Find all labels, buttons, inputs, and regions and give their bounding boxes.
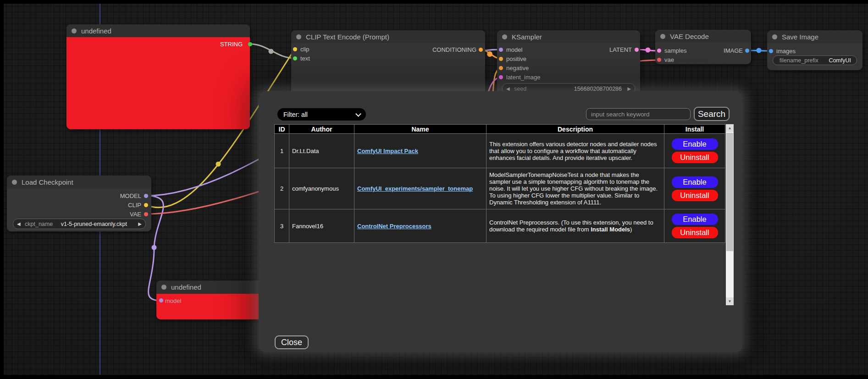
close-button[interactable]: Close — [275, 335, 309, 349]
node-titlebar[interactable]: Save Image — [767, 30, 862, 43]
port-latent-image-label: latent_image — [506, 74, 540, 80]
row-author: Fannovel16 — [289, 209, 354, 243]
port-text-label: text — [300, 55, 310, 61]
row-description: ModelSamplerTonemapNoiseTest a node that… — [487, 168, 664, 209]
row-author: comfyanonymous — [289, 168, 354, 209]
ckpt-name-widget[interactable]: ◀ ckpt_name v1-5-pruned-emaonly.ckpt ▶ — [13, 219, 146, 229]
manager-extension-dialog: Filter: all Search ID Author Name Descri… — [259, 91, 742, 352]
increment-arrow-icon[interactable]: ▶ — [138, 221, 142, 227]
port-image-label: IMAGE — [724, 48, 743, 54]
node-undefined-top[interactable]: undefined STRING — [66, 24, 250, 129]
port-conditioning-output[interactable] — [479, 48, 483, 52]
node-collapse-dot-icon[interactable] — [161, 285, 166, 290]
node-title: KSampler — [512, 33, 542, 41]
extension-link[interactable]: ComfyUI Impact Pack — [357, 148, 418, 154]
port-vae-out-label: VAE — [130, 211, 141, 217]
header-id: ID — [275, 125, 289, 134]
port-model-output[interactable] — [144, 194, 148, 198]
scroll-down-button[interactable]: ▼ — [726, 297, 734, 305]
port-samples-label: samples — [664, 48, 686, 54]
node-load-checkpoint[interactable]: Load Checkpoint MODEL CLIP VAE ◀ ckpt_na… — [7, 176, 151, 231]
node-error-body: STRING — [66, 37, 250, 129]
row-id: 2 — [275, 168, 289, 209]
wire-dot-latent[interactable] — [646, 48, 651, 53]
filename-prefix-label: filename_prefix — [780, 57, 818, 64]
node-titlebar[interactable]: undefined — [156, 280, 262, 294]
filter-select[interactable]: Filter: all — [277, 108, 366, 121]
node-titlebar[interactable]: VAE Decode — [655, 30, 751, 43]
node-collapse-dot-icon[interactable] — [660, 34, 665, 39]
node-vae-decode[interactable]: VAE Decode samples vae IMAGE — [655, 30, 751, 64]
port-model-label: model — [165, 298, 181, 304]
node-collapse-dot-icon[interactable] — [772, 34, 777, 39]
uninstall-button[interactable]: Uninstall — [672, 227, 718, 238]
search-button[interactable]: Search — [694, 107, 730, 121]
row-install-cell: Enable Uninstall — [664, 168, 725, 209]
node-collapse-dot-icon[interactable] — [12, 180, 17, 185]
canvas-border-top — [0, 0, 868, 4]
port-images-input[interactable] — [769, 49, 773, 53]
filename-prefix-widget[interactable]: filename_prefix ComfyUI — [773, 55, 857, 65]
node-undefined-bottom[interactable]: undefined model — [156, 280, 262, 319]
table-scrollbar[interactable]: ▲ ▼ — [726, 124, 734, 305]
wire-dot-conditioning[interactable] — [487, 51, 492, 57]
row-id: 1 — [275, 134, 289, 168]
port-string-output[interactable] — [248, 42, 252, 46]
wire-dot-model[interactable] — [152, 245, 157, 250]
uninstall-button[interactable]: Uninstall — [672, 152, 718, 163]
node-title: CLIP Text Encode (Prompt) — [306, 33, 389, 41]
table-row: 3 Fannovel16 ControlNet Preprocessors Co… — [275, 209, 725, 243]
port-samples-input[interactable] — [657, 49, 661, 53]
uninstall-button[interactable]: Uninstall — [672, 190, 718, 201]
port-clip-input[interactable] — [293, 47, 297, 51]
row-name: ComfyUI_experiments/sampler_tonemap — [354, 168, 487, 209]
port-latent-output[interactable] — [635, 48, 639, 52]
node-titlebar[interactable]: Load Checkpoint — [7, 176, 151, 188]
port-vae-output[interactable] — [144, 212, 148, 216]
row-author: Dr.Lt.Data — [289, 134, 354, 168]
row-name: ComfyUI Impact Pack — [354, 134, 487, 168]
header-author: Author — [289, 125, 354, 134]
wire-dot-clip[interactable] — [216, 162, 221, 167]
port-clip-out-label: CLIP — [128, 202, 141, 208]
port-text-input[interactable] — [293, 56, 297, 60]
node-title: VAE Decode — [670, 33, 709, 40]
canvas-border-bottom — [0, 375, 868, 379]
wire-dot-image[interactable] — [757, 48, 762, 53]
search-input[interactable] — [586, 108, 691, 120]
port-latent-label: LATENT — [609, 47, 632, 53]
scroll-up-button[interactable]: ▲ — [726, 124, 734, 132]
port-vae-input[interactable] — [657, 58, 661, 62]
enable-button[interactable]: Enable — [672, 138, 718, 150]
port-model-out-label: MODEL — [120, 193, 141, 199]
ckpt-name-label: ckpt_name — [25, 221, 53, 227]
enable-button[interactable]: Enable — [672, 214, 718, 225]
filter-dropdown: Filter: all — [277, 108, 366, 121]
node-collapse-dot-icon[interactable] — [502, 34, 507, 39]
table-row: 2 comfyanonymous ComfyUI_experiments/sam… — [275, 168, 725, 209]
port-positive-input[interactable] — [499, 57, 503, 61]
extension-link[interactable]: ControlNet Preprocessors — [357, 223, 431, 230]
decrement-arrow-icon[interactable]: ◀ — [17, 221, 21, 227]
row-install-cell: Enable Uninstall — [664, 134, 725, 168]
port-images-label: images — [776, 48, 796, 54]
port-model-input[interactable] — [499, 48, 503, 52]
extension-table: ID Author Name Description Install 1 Dr.… — [274, 124, 725, 243]
scrollbar-thumb[interactable] — [726, 133, 733, 251]
row-id: 3 — [275, 209, 289, 243]
enable-button[interactable]: Enable — [672, 176, 718, 188]
node-collapse-dot-icon[interactable] — [296, 34, 301, 39]
node-titlebar[interactable]: undefined — [66, 24, 250, 37]
port-negative-input[interactable] — [499, 66, 503, 70]
wire-dot-string[interactable] — [269, 49, 274, 54]
port-image-output[interactable] — [745, 49, 749, 53]
port-conditioning-label: CONDITIONING — [432, 47, 476, 53]
port-clip-output[interactable] — [144, 203, 148, 207]
node-save-image[interactable]: Save Image images filename_prefix ComfyU… — [767, 30, 862, 70]
port-model-input[interactable] — [159, 298, 163, 302]
node-collapse-dot-icon[interactable] — [72, 28, 77, 33]
node-titlebar[interactable]: CLIP Text Encode (Prompt) — [291, 30, 485, 43]
node-titlebar[interactable]: KSampler — [497, 30, 640, 43]
extension-link[interactable]: ComfyUI_experiments/sampler_tonemap — [357, 185, 473, 192]
port-latent-image-input[interactable] — [499, 75, 503, 79]
